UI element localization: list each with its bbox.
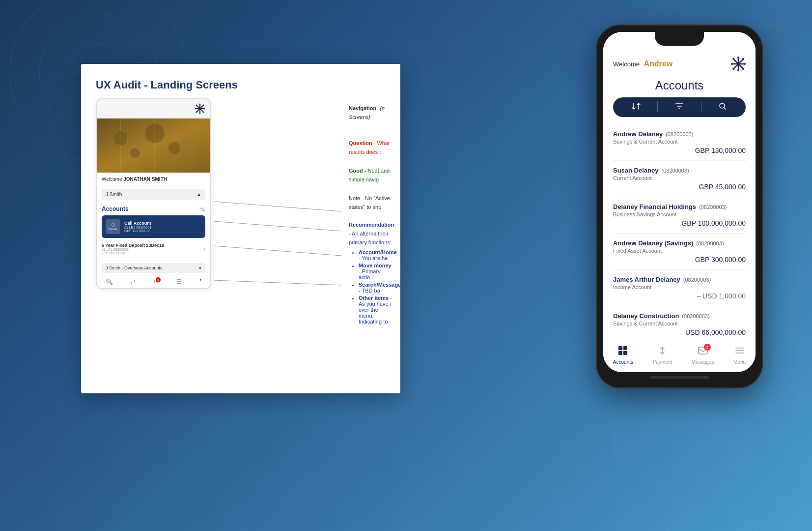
- annotations-area: Navigation (n Screens) Question - What r…: [216, 98, 393, 333]
- account-item-header-2: Delaney Financial Holdings (08200003): [613, 203, 746, 210]
- payment-nav-icon: [657, 345, 668, 358]
- svg-rect-54: [623, 351, 627, 355]
- svg-point-18: [199, 113, 201, 114]
- filter-icon-small[interactable]: ⌥: [199, 206, 205, 212]
- call-account-info: Call Account 01 LB1 08200001 GBP 100,000…: [124, 221, 151, 233]
- account-item-header-5: Delaney Construction (08200003): [613, 312, 746, 320]
- svg-point-49: [732, 68, 734, 70]
- call-account-card[interactable]: ⓘ Details Call Account 01 LB1 08200001 G…: [102, 215, 205, 238]
- nav-item-messages[interactable]: 2 Messages: [692, 345, 714, 365]
- account-item-0[interactable]: Andrew Delaney (08200003) Savings & Curr…: [613, 124, 746, 161]
- accounts-list: Andrew Delaney (08200003) Savings & Curr…: [603, 124, 756, 341]
- small-phone-hero-image: [97, 118, 210, 173]
- search-icon[interactable]: [718, 101, 728, 113]
- filter-icon[interactable]: [674, 101, 684, 113]
- large-phone-device: Welcome Andrew: [596, 25, 763, 388]
- messages-nav-label: Messages: [692, 359, 714, 365]
- svg-rect-51: [618, 346, 622, 350]
- svg-point-19: [195, 108, 196, 110]
- menu-nav-label: Menu: [733, 359, 746, 365]
- bullet-3: Search/Messages - TBD ba: [359, 282, 393, 294]
- nav-messages[interactable]: ✉ 8: [154, 278, 159, 285]
- fixed-deposit-info: 5 Year Fixed Deposit 23Dec19 01 LPL 0820…: [102, 243, 164, 255]
- svg-point-17: [199, 104, 201, 105]
- nav-menu[interactable]: ☰: [176, 278, 182, 285]
- nav-search[interactable]: 🔍: [106, 278, 113, 285]
- welcome-greeting: Welcome Andrew: [613, 59, 672, 68]
- small-phone-mockup: Welcome JONATHAN SMITH J Smith ▲ Account…: [96, 98, 211, 289]
- large-phone-wrapper: Welcome Andrew: [596, 25, 763, 388]
- svg-point-46: [732, 58, 734, 60]
- accounts-nav-icon: [617, 345, 628, 358]
- svg-point-43: [737, 69, 739, 71]
- svg-rect-53: [618, 351, 622, 355]
- call-account-icon: ⓘ Details: [106, 219, 120, 234]
- svg-point-22: [203, 112, 204, 113]
- small-phone-logo-icon: [195, 103, 205, 114]
- note-annotation: Note - No "Active states" to sho: [339, 193, 393, 211]
- phone-bottom-nav: Accounts Payment: [603, 341, 756, 372]
- nav-dot-active: ●: [199, 278, 201, 285]
- small-phone-accounts-section: Accounts ⌥ ⓘ Details Call Account 01 LB1…: [97, 203, 210, 261]
- account-item-header-4: James Arthur Delaney (08200003): [613, 276, 746, 283]
- fixed-deposit-row[interactable]: 5 Year Fixed Deposit 23Dec19 01 LPL 0820…: [102, 240, 205, 258]
- svg-point-47: [742, 68, 744, 70]
- svg-point-45: [744, 63, 746, 65]
- svg-point-44: [731, 63, 733, 65]
- document-title: UX Audit - Landing Screens: [96, 79, 386, 91]
- bullet-list: Account/Home - You are he Move money - P…: [349, 249, 393, 324]
- document-area: UX Audit - Landing Screens: [81, 64, 400, 393]
- messages-badge: 8: [156, 277, 161, 282]
- phone-screen-title: Accounts: [603, 76, 756, 97]
- svg-point-7: [644, 374, 781, 511]
- small-phone-header: [97, 99, 210, 118]
- nav-item-accounts[interactable]: Accounts: [613, 345, 633, 365]
- bullet-1: Account/Home - You are he: [359, 249, 393, 261]
- messages-nav-icon: 2: [698, 345, 708, 358]
- account-item-header-0: Andrew Delaney (08200003): [613, 130, 746, 138]
- overseas-accounts-dropdown[interactable]: J Smith - Overseas Accounts ▾: [102, 263, 205, 273]
- account-item-2[interactable]: Delaney Financial Holdings (08200003) Bu…: [613, 197, 746, 234]
- phone-toolbar: [613, 97, 746, 117]
- accounts-section-header: Accounts ⌥: [102, 206, 205, 212]
- svg-point-21: [196, 105, 197, 106]
- small-phone-dropdown[interactable]: J Smith ▲: [102, 189, 205, 200]
- phone-logo-icon[interactable]: [731, 57, 746, 71]
- toolbar-divider-1: [657, 102, 658, 112]
- chevron-up-icon: ▲: [196, 192, 201, 197]
- nav-transfer[interactable]: ⇄: [131, 278, 136, 285]
- good-annotation: Good - Neat and simple navig: [339, 166, 393, 183]
- messages-badge: 2: [704, 344, 711, 351]
- nav-item-menu[interactable]: Menu: [733, 345, 746, 365]
- svg-point-42: [737, 57, 739, 59]
- account-item-header-1: Susan Delaney (08200003): [613, 167, 746, 174]
- account-item-3[interactable]: Andrew Delaney (Savings) (08200003) Fixe…: [613, 234, 746, 270]
- accounts-section-title: Accounts: [102, 206, 129, 212]
- sort-icon[interactable]: [631, 101, 641, 113]
- phone-screen: Welcome Andrew: [603, 32, 756, 372]
- toolbar-divider-2: [701, 102, 701, 112]
- svg-point-24: [196, 112, 197, 113]
- payment-nav-label: Payment: [653, 359, 672, 365]
- account-item-header-3: Andrew Delaney (Savings) (08200003): [613, 239, 746, 247]
- bullet-2: Move money - Primary actio: [359, 263, 393, 280]
- menu-nav-icon: [734, 345, 745, 358]
- small-phone-nav: 🔍 ⇄ ✉ 8 ☰ ●: [97, 275, 210, 288]
- row-chevron-icon: ›: [204, 246, 205, 252]
- account-item-1[interactable]: Susan Delaney (08200003) Current Account…: [613, 161, 746, 197]
- bullet-4: Other items - As you have i over the men…: [359, 295, 393, 324]
- phone-notch: [655, 32, 704, 46]
- snowflake-logo-icon: [731, 57, 746, 71]
- nav-item-payment[interactable]: Payment: [653, 345, 672, 365]
- svg-point-23: [203, 105, 204, 106]
- chevron-down-icon: ▾: [199, 266, 201, 270]
- svg-point-20: [204, 108, 205, 110]
- phone-home-indicator: [650, 376, 709, 379]
- nav-annotation: Navigation (n Screens): [339, 103, 393, 121]
- svg-point-8: [673, 403, 752, 482]
- account-item-4[interactable]: James Arthur Delaney (08200003) Income A…: [613, 270, 746, 306]
- recommendation-annotation: Recommendation - An alterna their primar…: [339, 220, 393, 324]
- svg-rect-52: [623, 346, 627, 350]
- question-annotation: Question - What results does t: [339, 138, 393, 156]
- account-item-5[interactable]: Delaney Construction (08200003) Savings …: [613, 306, 746, 341]
